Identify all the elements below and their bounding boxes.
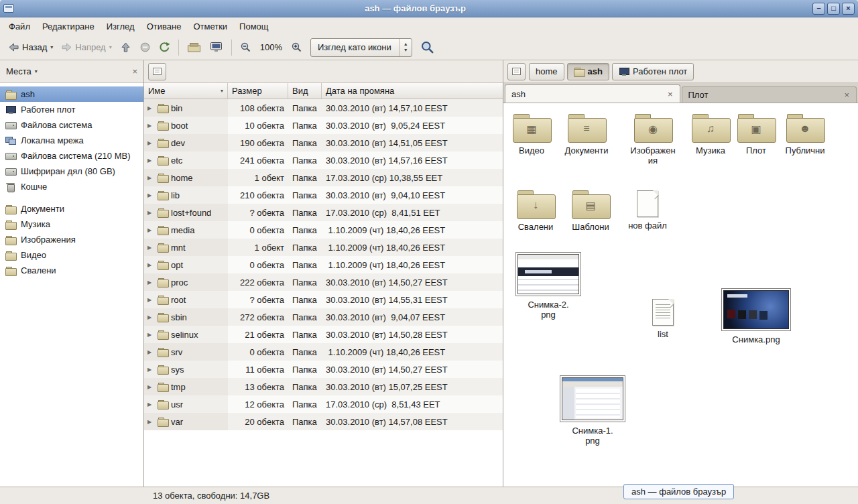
sidebar-item-videos[interactable]: Видео — [0, 247, 143, 263]
expander-icon[interactable]: ▶ — [147, 123, 155, 129]
close-button[interactable]: × — [842, 3, 855, 15]
expander-icon[interactable]: ▶ — [147, 297, 155, 303]
sidebar-item-ash[interactable]: ash — [0, 86, 143, 102]
icon-view-item-snimka[interactable]: Снимка.png — [720, 288, 792, 344]
table-row[interactable]: ▶opt0 обектаПапка 1.10.2009 (чт) 18,40,2… — [144, 256, 503, 273]
icon-view-item-downloads[interactable]: ↓Свалени — [507, 190, 564, 232]
expander-icon[interactable]: ▶ — [147, 314, 155, 320]
titlebar[interactable]: ash — файлов браузър – □ × — [0, 0, 858, 17]
sidebar-item-filesystem[interactable]: Файлова система — [0, 117, 143, 133]
column-header-date[interactable]: Дата на промяна — [322, 83, 503, 99]
location-toggle-button[interactable] — [148, 63, 166, 80]
up-button[interactable] — [116, 38, 135, 58]
minimize-button[interactable]: – — [812, 3, 825, 15]
table-row[interactable]: ▶selinux21 обектаПапка30.03.2010 (вт) 14… — [144, 326, 503, 343]
icon-view-item-list[interactable]: list — [635, 299, 691, 339]
expander-icon[interactable]: ▶ — [147, 192, 155, 198]
sidebar-chevron-icon[interactable]: ▾ — [35, 68, 38, 74]
table-row[interactable]: ▶lost+found? обектаПапка17.03.2010 (ср) … — [144, 204, 503, 221]
sidebar-item-local-network[interactable]: Локална мрежа — [0, 133, 143, 148]
sidebar-item-trash[interactable]: Кошче — [0, 179, 143, 194]
breadcrumb-ash[interactable]: ash — [567, 63, 609, 80]
tab-ash[interactable]: ash× — [505, 84, 680, 103]
icon-view-item-snimka-1[interactable]: Снимка-1.png — [559, 375, 626, 446]
sidebar-item-desktop[interactable]: Работен плот — [0, 102, 143, 117]
icon-view-item-new-file[interactable]: нов файл — [619, 190, 676, 231]
table-row[interactable]: ▶dev190 обектаПапка30.03.2010 (вт) 14,51… — [144, 134, 503, 151]
expander-icon[interactable]: ▶ — [147, 262, 155, 268]
back-button[interactable]: Назад ▾ — [4, 38, 57, 58]
combo-spinner-icon[interactable]: ▲ ▼ — [400, 39, 412, 56]
table-row[interactable]: ▶root? обектаПапка30.03.2010 (вт) 14,55,… — [144, 291, 503, 308]
forward-button[interactable]: Напред ▾ — [57, 38, 115, 58]
table-row[interactable]: ▶etc241 обектаПапка30.03.2010 (вт) 14,57… — [144, 151, 503, 169]
expander-icon[interactable]: ▶ — [147, 140, 155, 146]
breadcrumb-desktop[interactable]: Работен плот — [612, 63, 694, 80]
expander-icon[interactable]: ▶ — [147, 332, 155, 338]
expander-icon[interactable]: ▶ — [147, 210, 155, 216]
expander-icon[interactable]: ▶ — [147, 105, 155, 111]
view-mode-select[interactable]: Изглед като икони ▲ ▼ — [310, 38, 412, 57]
zoom-in-button[interactable] — [287, 38, 306, 58]
icon-view-item-templates[interactable]: ▤Шаблони — [562, 190, 619, 232]
table-row[interactable]: ▶tmp13 обектаПапка30.03.2010 (вт) 15,07,… — [144, 378, 503, 395]
expander-icon[interactable]: ▶ — [147, 158, 155, 164]
table-row[interactable]: ▶lib210 обектаПапка30.03.2010 (вт) 9,04,… — [144, 186, 503, 204]
menu-item-bookmarks[interactable]: Отметки — [187, 19, 233, 34]
home-button[interactable] — [183, 38, 205, 58]
sidebar-item-pictures[interactable]: Изображения — [0, 232, 143, 247]
menu-item-help[interactable]: Помощ — [233, 19, 274, 34]
search-button[interactable] — [416, 38, 438, 58]
menu-item-edit[interactable]: Редактиране — [36, 19, 101, 34]
breadcrumb-home[interactable]: home — [529, 63, 564, 80]
tab-close-button[interactable]: × — [667, 89, 674, 99]
expander-icon[interactable]: ▶ — [147, 279, 155, 286]
expander-icon[interactable]: ▶ — [147, 367, 155, 373]
sidebar-close-icon[interactable]: × — [132, 66, 137, 76]
icon-view-item-public[interactable]: ☻Публични — [777, 114, 833, 155]
menu-item-file[interactable]: Файл — [3, 19, 36, 34]
tab-close-button[interactable]: × — [843, 90, 850, 100]
table-row[interactable]: ▶mnt1 обектПапка 1.10.2009 (чт) 18,40,26… — [144, 239, 503, 256]
location-toggle-button[interactable] — [507, 63, 526, 80]
sidebar-item-documents[interactable]: Документи — [0, 201, 143, 216]
column-header-type[interactable]: Вид — [288, 83, 322, 99]
computer-button[interactable] — [205, 38, 227, 58]
back-history-chevron-icon[interactable]: ▾ — [50, 44, 53, 50]
table-row[interactable]: ▶srv0 обектаПапка 1.10.2009 (чт) 18,40,2… — [144, 343, 503, 361]
table-row[interactable]: ▶var20 обектаПапка30.03.2010 (вт) 14,57,… — [144, 413, 503, 430]
menu-item-go[interactable]: Отиване — [141, 19, 188, 34]
icon-view-item-pictures[interactable]: ◉Изображения — [625, 114, 681, 166]
reload-button[interactable] — [155, 38, 174, 58]
icon-view-item-snimka-2[interactable]: Снимка-2.png — [515, 252, 582, 320]
table-row[interactable]: ▶boot10 обектаПапка30.03.2010 (вт) 9,05,… — [144, 117, 503, 134]
forward-history-chevron-icon[interactable]: ▾ — [109, 44, 112, 50]
table-row[interactable]: ▶home1 обектПапка17.03.2010 (ср) 10,38,5… — [144, 169, 503, 186]
column-header-size[interactable]: Размер — [228, 83, 288, 99]
icon-view-item-documents[interactable]: ≡Документи — [558, 114, 615, 155]
table-row[interactable]: ▶proc222 обектаПапка30.03.2010 (вт) 14,5… — [144, 273, 503, 291]
expander-icon[interactable]: ▶ — [147, 227, 155, 233]
sidebar-item-encrypted-80gb[interactable]: Шифриран дял (80 GB) — [0, 164, 143, 179]
sidebar-item-downloads[interactable]: Свалени — [0, 263, 143, 278]
icon-view-item-desktop[interactable]: ▣Плот — [728, 114, 784, 155]
maximize-button[interactable]: □ — [827, 3, 840, 15]
expander-icon[interactable]: ▶ — [147, 384, 155, 390]
tab-plot[interactable]: Плот× — [682, 86, 857, 103]
column-header-name[interactable]: Име ▾ — [144, 83, 228, 99]
stop-button[interactable] — [135, 38, 155, 58]
expander-icon[interactable]: ▶ — [147, 245, 155, 251]
sidebar-item-filesystem-210mb[interactable]: Файлова система (210 MB) — [0, 148, 143, 164]
expander-icon[interactable]: ▶ — [147, 419, 155, 425]
table-row[interactable]: ▶bin108 обектаПапка30.03.2010 (вт) 14,57… — [144, 99, 503, 117]
table-row[interactable]: ▶sbin272 обектаПапка30.03.2010 (вт) 9,04… — [144, 308, 503, 326]
table-row[interactable]: ▶usr12 обектаПапка17.03.2010 (ср) 8,51,4… — [144, 395, 503, 413]
table-row[interactable]: ▶media0 обектаПапка 1.10.2009 (чт) 18,40… — [144, 221, 503, 239]
expander-icon[interactable]: ▶ — [147, 175, 155, 181]
expander-icon[interactable]: ▶ — [147, 349, 155, 355]
zoom-out-button[interactable] — [236, 38, 255, 58]
icon-view-item-videos[interactable]: ▦Видео — [503, 114, 560, 155]
expander-icon[interactable]: ▶ — [147, 401, 155, 407]
sidebar-item-music[interactable]: Музика — [0, 216, 143, 232]
table-row[interactable]: ▶sys11 обектаПапка30.03.2010 (вт) 14,50,… — [144, 361, 503, 378]
